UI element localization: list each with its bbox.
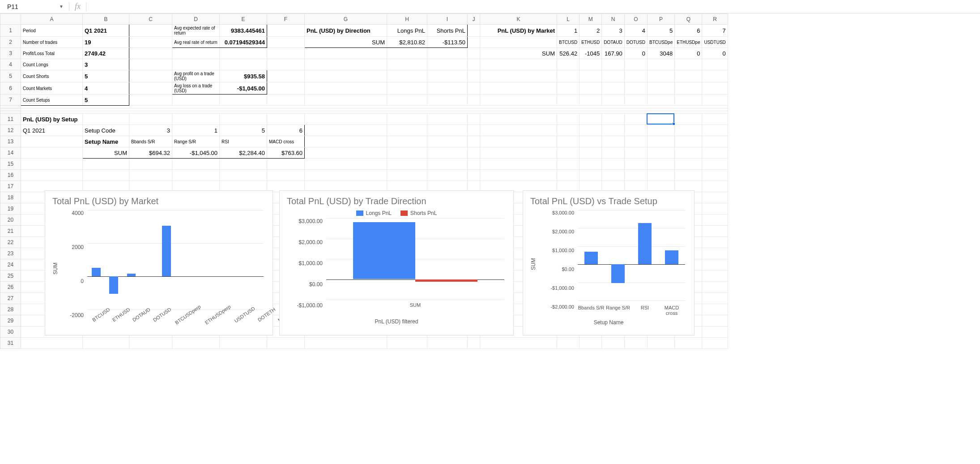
spreadsheet-grid[interactable]: ABCDEFGHIJKLMNOPQR 1 Period Q1 2021 Avg …	[0, 13, 980, 464]
formula-input[interactable]	[90, 1, 980, 12]
table-row: 6 Count Markets 4 Avg loss on a trade (U…	[0, 82, 728, 95]
name-box[interactable]: P11	[7, 3, 18, 10]
chart-pnl-by-market[interactable]: Total PnL (USD) by Market SUM 4000 2000 …	[45, 190, 273, 335]
name-box-dropdown-icon[interactable]: ▼	[59, 4, 64, 9]
cell[interactable]: Period	[21, 25, 83, 37]
table-row: 1 Period Q1 2021 Avg expected rate of re…	[0, 25, 728, 37]
table-row: 13 Setup Name Bbands S/R Range S/R RSI M…	[0, 136, 728, 147]
table-row: 11 PnL (USD) by Setup	[0, 114, 728, 125]
table-row: 5 Count Shorts 5 Avg profit on a trade (…	[0, 70, 728, 82]
formula-bar: P11 ▼ fx	[0, 0, 980, 13]
table-row: 3 Profit/Loss Total 2749.42 SUM 526.42 -…	[0, 48, 728, 59]
cell-P11[interactable]	[647, 114, 674, 125]
x-labels: BTCUSDETHUSDDOTAUDDOTUSDBTCUSDperpETHUSD…	[87, 309, 264, 327]
table-row: 14 SUM $694.32 -$1,045.00 $2,284.40 $763…	[0, 147, 728, 159]
chart-legend: Longs PnL Shorts PnL	[287, 210, 506, 216]
chart-pnl-vs-setup[interactable]: Total PnL (USD) vs Trade Setup SUM $3,00…	[523, 190, 695, 335]
table-row: 2 Number of trades 19 Avg real rate of r…	[0, 37, 728, 48]
fx-icon: fx	[75, 2, 81, 11]
y-ticks: 4000 2000 0 -2000	[60, 210, 85, 318]
y-ticks: $3,000.00 $2,000.00 $1,000.00 $0.00 -$1,…	[287, 218, 324, 309]
y-ticks: $3,000.00 $2,000.00 $1,000.00 $0.00 -$1,…	[538, 210, 576, 309]
table-row: 4 Count Longs 3	[0, 59, 728, 70]
table-row: 7 Count Setups 5	[0, 95, 728, 106]
chart-pnl-by-direction[interactable]: Total PnL (USD) by Trade Direction Longs…	[279, 190, 514, 335]
cell[interactable]: Q1 2021	[83, 25, 129, 37]
column-headers[interactable]: ABCDEFGHIJKLMNOPQR	[0, 14, 728, 25]
table-row: 12 Q1 2021 Setup Code 3 1 5 6	[0, 125, 728, 136]
